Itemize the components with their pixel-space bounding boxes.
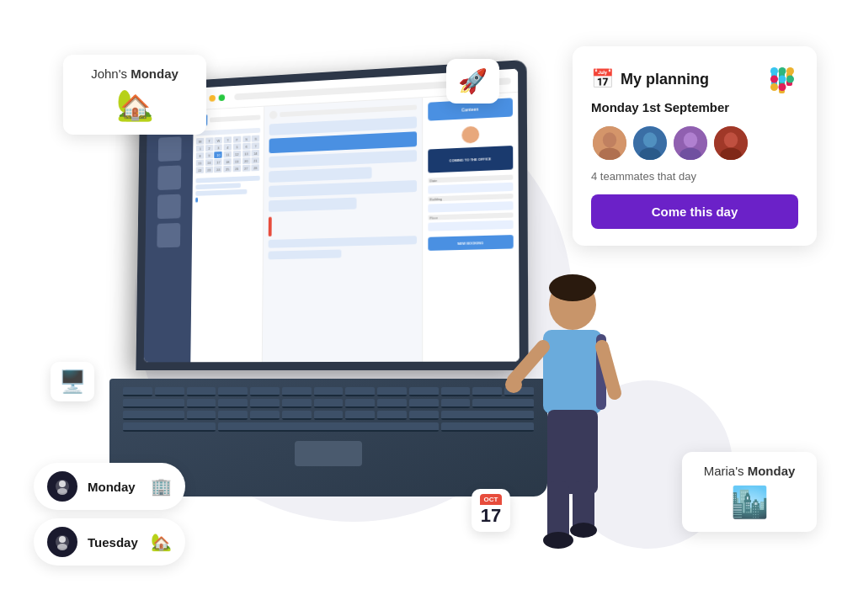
calendar-month-bar: OCT: [480, 494, 502, 505]
tuesday-day-card: Tuesday 🏡: [34, 518, 185, 566]
minimize-dot: [209, 94, 216, 101]
johns-monday-card: John's Monday 🏡: [63, 55, 206, 135]
marias-monday-card: Maria's Monday 🏙️: [682, 452, 817, 532]
tuesday-label: Tuesday: [88, 535, 141, 550]
booking-row-6: [269, 236, 417, 248]
detail-building-row: [428, 201, 513, 212]
svg-point-26: [770, 83, 778, 91]
johns-card-title: John's Monday: [78, 66, 191, 81]
detail-floor-row: [428, 220, 513, 231]
svg-point-38: [724, 132, 738, 147]
svg-point-24: [779, 76, 786, 83]
rocket-float-card: 🚀: [446, 59, 499, 104]
svg-point-29: [603, 132, 616, 147]
avatar-3: [672, 125, 709, 162]
calendar-grid: MTWTFSS 1234567 891011121314 15161718192…: [196, 135, 261, 174]
svg-point-25: [786, 76, 794, 83]
trackpad: [295, 441, 362, 466]
planning-calendar-icon: 📅: [591, 68, 614, 90]
svg-point-27: [779, 83, 786, 91]
avatar-2: [632, 125, 669, 162]
app-content-area: 31 MTWTFSS 1234567 891011121314 15161718…: [190, 93, 520, 362]
marias-card-emoji: 🏙️: [697, 485, 802, 520]
new-booking-label: NEW BOOKING: [457, 241, 483, 246]
svg-point-5: [505, 376, 522, 393]
marias-card-title: Maria's Monday: [697, 464, 802, 478]
calendar-panel: 31 MTWTFSS 1234567 891011121314 15161718…: [190, 107, 264, 363]
booking-row-7: [269, 249, 342, 259]
svg-point-42: [57, 488, 67, 495]
svg-point-20: [770, 67, 778, 75]
svg-point-45: [57, 544, 67, 550]
calendar-float-card: OCT 17: [472, 489, 510, 532]
johns-card-emoji: 🏡: [78, 88, 191, 123]
calendar-day-number: 17: [480, 505, 502, 527]
booking-panel: [263, 98, 422, 362]
maximize-dot: [219, 94, 226, 101]
avatars-row: [591, 125, 798, 162]
detail-canteen-label: Canteen: [461, 107, 478, 113]
svg-point-41: [59, 481, 66, 487]
monday-day-card: Monday 🏢: [34, 463, 185, 510]
svg-rect-2: [543, 330, 602, 414]
svg-point-10: [543, 532, 573, 549]
marias-bold-text: Monday: [748, 464, 796, 478]
planning-card-header: 📅 My planning: [591, 63, 798, 95]
svg-point-23: [770, 76, 778, 83]
tuesday-emoji: 🏡: [151, 532, 172, 552]
svg-point-22: [786, 67, 794, 75]
avatar-4: [712, 125, 749, 162]
tuesday-icon: [47, 527, 77, 557]
svg-point-32: [643, 132, 657, 147]
avatar-1: [591, 125, 628, 162]
booking-row-4: [269, 180, 417, 197]
detail-date-row: [428, 183, 513, 194]
svg-point-11: [570, 523, 597, 538]
person-figure: [505, 263, 640, 566]
planning-title-text: My planning: [621, 71, 709, 88]
monitor-float-card: 🖥️: [51, 362, 94, 401]
svg-point-1: [549, 274, 596, 301]
monday-icon: [47, 471, 77, 502]
planning-date: Monday 1st September: [591, 100, 798, 114]
johns-bold-text: Monday: [131, 66, 179, 81]
booking-row-3: [269, 167, 371, 183]
bottom-day-cards: Monday 🏢 Tuesday 🏡: [34, 463, 185, 566]
slack-logo: [766, 63, 798, 95]
svg-point-44: [59, 536, 66, 543]
planning-card: 📅 My planning Monday 1st September: [573, 46, 817, 246]
detail-avatar: [461, 126, 479, 144]
come-this-day-button[interactable]: Come this day: [591, 194, 798, 229]
planning-title: 📅 My planning: [591, 68, 709, 90]
johns-name-text: John's: [91, 66, 131, 81]
monitor-emoji: 🖥️: [59, 369, 86, 394]
app-main-content: 31 MTWTFSS 1234567 891011121314 15161718…: [190, 69, 520, 363]
teammates-text: 4 teammates that day: [591, 170, 798, 183]
new-booking-btn[interactable]: NEW BOOKING: [428, 235, 513, 251]
marias-name-text: Maria's: [704, 464, 748, 478]
svg-rect-8: [547, 481, 569, 540]
svg-point-21: [779, 67, 786, 75]
booking-row-5: [269, 198, 356, 212]
svg-point-35: [684, 132, 697, 147]
coming-to-office-text: COMING TO THE OFFICE: [450, 157, 492, 162]
booking-row-2: [269, 150, 417, 167]
monday-emoji: 🏢: [151, 476, 172, 497]
rocket-emoji: 🚀: [458, 68, 488, 94]
detail-title: COMING TO THE OFFICE: [428, 146, 513, 173]
monday-label: Monday: [88, 480, 141, 494]
svg-line-4: [514, 347, 543, 380]
